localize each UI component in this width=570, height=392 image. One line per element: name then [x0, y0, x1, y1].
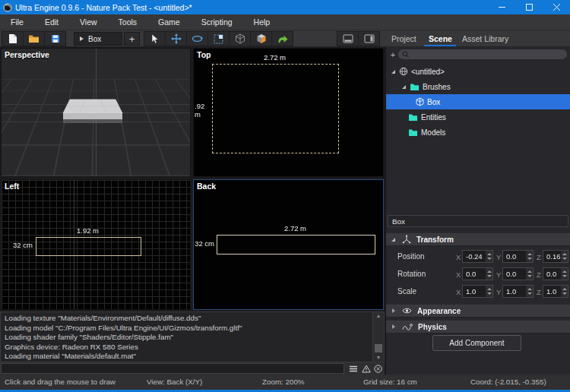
- viewport-back[interactable]: 2.72 m 32 cm Back: [193, 179, 384, 310]
- spinner-control[interactable]: [561, 286, 568, 297]
- menu-scripting[interactable]: Scripting: [191, 14, 243, 30]
- axis-x-label: X: [456, 288, 461, 296]
- property-row-scale: Scale X Y Z: [386, 284, 570, 299]
- viewport-left[interactable]: 1.92 m 32 cm Left: [1, 179, 191, 310]
- tree-item-label: <untitled>: [411, 68, 445, 76]
- property-row-rotation: Rotation X Y Z: [386, 267, 570, 282]
- log-filter-button[interactable]: [347, 363, 359, 374]
- scale-tool-button[interactable]: [208, 32, 229, 46]
- spinner-control[interactable]: [561, 268, 568, 280]
- move-tool-button[interactable]: [166, 32, 186, 46]
- layout-side-panel-button[interactable]: [359, 32, 379, 46]
- expander-open-icon[interactable]: [402, 85, 406, 89]
- green-arrow-icon: [277, 34, 288, 44]
- dimension-height-back: 32 cm: [194, 239, 214, 248]
- expander-closed-icon[interactable]: [392, 308, 395, 313]
- property-label: Position: [397, 252, 425, 261]
- spinner-control[interactable]: [561, 251, 568, 262]
- menu-view[interactable]: View: [69, 14, 108, 30]
- status-view: View: Back (X/Y): [147, 378, 202, 386]
- status-zoom: Zoom: 200%: [262, 378, 305, 386]
- tab-asset-library[interactable]: Asset Library: [462, 31, 508, 46]
- close-button[interactable]: [543, 0, 570, 14]
- scene-add-button[interactable]: +: [388, 49, 397, 59]
- add-component-button[interactable]: Add Component: [432, 335, 521, 351]
- status-coordinates: Coord: (-2.015, -0.355): [470, 378, 546, 386]
- title-bar[interactable]: Ultra Engine 0.9.6 - Nature Pack Test - …: [0, 0, 570, 14]
- warning-triangle-icon: [362, 365, 371, 373]
- section-transform[interactable]: Transform: [386, 232, 570, 246]
- menu-tools[interactable]: Tools: [108, 14, 148, 30]
- expander-open-icon[interactable]: [391, 70, 395, 74]
- globe-icon: [399, 67, 408, 76]
- brush-outline-back[interactable]: [217, 235, 375, 254]
- viewport-perspective[interactable]: Perspective: [1, 48, 191, 177]
- status-hint: Click and drag the mouse to draw: [5, 378, 116, 386]
- solid-cube-button[interactable]: [251, 32, 271, 46]
- maximize-button[interactable]: [515, 0, 543, 14]
- minimize-button[interactable]: [488, 0, 515, 14]
- search-icon: [402, 51, 409, 58]
- dimension-width-left: 1.92 m: [36, 226, 140, 235]
- add-object-button[interactable]: +: [124, 32, 140, 46]
- spinner-control[interactable]: [526, 268, 533, 280]
- menu-help[interactable]: Help: [243, 14, 281, 30]
- window-title: Ultra Engine 0.9.6 - Nature Pack Test - …: [15, 3, 192, 12]
- box-cube-icon: [416, 97, 424, 106]
- active-tab-underline: [424, 45, 456, 46]
- console-command-input[interactable]: [1, 363, 344, 374]
- select-tool-button[interactable]: [144, 32, 165, 46]
- spinner-control[interactable]: [526, 286, 533, 297]
- errors-filter-button[interactable]: [372, 363, 384, 374]
- section-appearance[interactable]: Appearance: [386, 304, 570, 318]
- spinner-control[interactable]: [486, 286, 492, 297]
- entity-name-field[interactable]: [388, 215, 568, 227]
- menu-edit[interactable]: Edit: [34, 14, 69, 30]
- warnings-filter-button[interactable]: [360, 363, 372, 374]
- tree-item-label: Brushes: [423, 83, 451, 91]
- box-mesh[interactable]: [61, 99, 125, 128]
- scroll-down-icon[interactable]: ▼: [373, 354, 384, 362]
- layout-bottom-panel-button[interactable]: [337, 32, 358, 46]
- menu-game[interactable]: Game: [147, 14, 191, 30]
- wireframe-cube-button[interactable]: [230, 32, 250, 46]
- move-arrows-icon: [171, 33, 182, 44]
- spinner-control[interactable]: [486, 251, 492, 262]
- axis-y-label: Y: [496, 270, 501, 279]
- wireframe-cube-icon: [235, 33, 245, 44]
- open-file-button[interactable]: [24, 32, 44, 46]
- axis-z-label: Z: [537, 270, 541, 279]
- new-file-button[interactable]: [2, 32, 23, 46]
- tree-item-brushes[interactable]: Brushes: [386, 79, 570, 94]
- tree-item-label: Entities: [421, 113, 446, 122]
- console-log[interactable]: Loading texture "Materials/Environment/D…: [0, 311, 385, 362]
- rotate-tool-button[interactable]: [187, 32, 207, 46]
- spinner-control[interactable]: [526, 251, 533, 262]
- dimension-width-back: 2.72 m: [217, 224, 374, 232]
- brush-outline-left[interactable]: [36, 237, 141, 256]
- scene-panel: + <untitled> Brushes Box Entities Models: [385, 47, 570, 375]
- publish-tool-button[interactable]: [272, 32, 293, 46]
- tree-item-label: Box: [427, 98, 440, 106]
- expander-open-icon[interactable]: [391, 238, 395, 242]
- viewport-top[interactable]: 2.72 m .92 m Top: [193, 48, 384, 177]
- tree-item-untitled[interactable]: <untitled>: [386, 64, 570, 79]
- save-button[interactable]: [45, 32, 65, 46]
- menu-file[interactable]: File: [0, 14, 34, 30]
- tab-scene[interactable]: Scene: [429, 31, 452, 46]
- tab-project[interactable]: Project: [391, 31, 416, 46]
- object-type-dropdown[interactable]: Box: [74, 32, 122, 46]
- scroll-up-icon[interactable]: ▲: [373, 312, 384, 320]
- console-scrollbar[interactable]: ▲ ▼: [372, 312, 384, 362]
- tree-item-box[interactable]: Box: [386, 94, 570, 109]
- scrollbar-thumb[interactable]: [375, 344, 382, 352]
- section-physics[interactable]: Physics: [386, 320, 570, 334]
- eye-icon: [402, 307, 412, 315]
- scene-search-input[interactable]: [398, 49, 567, 59]
- brush-outline-top[interactable]: [212, 64, 339, 153]
- expander-closed-icon[interactable]: [392, 324, 395, 329]
- tree-item-models[interactable]: Models: [386, 125, 570, 140]
- tree-item-entities[interactable]: Entities: [386, 109, 570, 125]
- console-line: Graphics device: Radeon RX 580 Series: [5, 343, 370, 352]
- spinner-control[interactable]: [486, 268, 492, 280]
